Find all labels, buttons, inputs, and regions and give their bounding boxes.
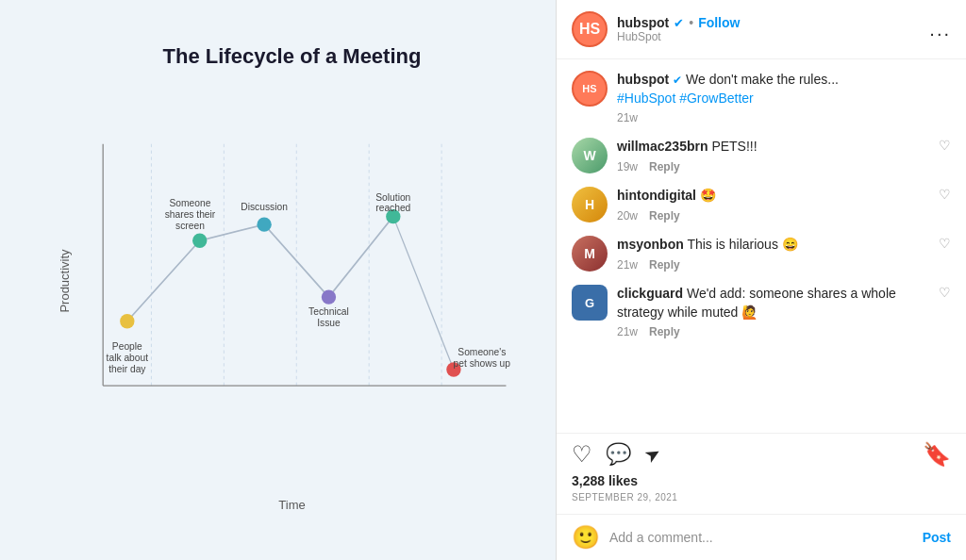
- point-discussion: [257, 217, 271, 231]
- comment-item: W willmac235brn PETS!!! 19w Reply ♡: [572, 138, 951, 173]
- post-username[interactable]: hubspot: [617, 15, 669, 30]
- caption-username[interactable]: hubspot: [617, 72, 669, 87]
- avatar: HS: [572, 11, 608, 47]
- comment-meta: 21w Reply: [617, 258, 929, 272]
- comment-username[interactable]: msyonbon: [617, 237, 684, 252]
- comment-like-icon[interactable]: ♡: [939, 138, 951, 153]
- comment-meta: 19w Reply: [617, 160, 929, 173]
- label-technical-issue: Technical: [308, 306, 349, 317]
- like-button[interactable]: ♡: [572, 441, 592, 468]
- chart-container: The Lifecycle of a Meeting Productivity: [24, 25, 533, 535]
- caption-comment: HS hubspot ✔ We don't make the rules... …: [572, 71, 951, 124]
- comment-time: 19w: [617, 160, 638, 173]
- comment-item: M msyonbon This is hilarious 😄 21w Reply…: [572, 236, 951, 272]
- comment-item: H hintondigital 🤩 20w Reply ♡: [572, 187, 951, 222]
- comment-username[interactable]: clickguard: [617, 286, 683, 301]
- reply-button[interactable]: Reply: [649, 160, 680, 173]
- comment-like-icon[interactable]: ♡: [939, 285, 951, 300]
- action-icons-row: ♡ 💬 ➤ 🔖: [572, 441, 951, 468]
- svg-text:screen: screen: [175, 221, 205, 231]
- emoji-picker-button[interactable]: 🙂: [572, 524, 600, 551]
- svg-text:talk about: talk about: [106, 353, 148, 363]
- verified-badge-icon: ✔: [674, 16, 684, 30]
- caption-text: hubspot ✔ We don't make the rules... #Hu…: [617, 71, 951, 107]
- comment-avatar: M: [572, 236, 608, 272]
- point-shares-screen: [192, 234, 207, 248]
- comment-content: 🤩: [700, 188, 716, 203]
- point-technical-issue: [321, 289, 335, 304]
- likes-count: 3,288 likes: [572, 473, 951, 488]
- comments-area: HS hubspot ✔ We don't make the rules... …: [557, 59, 966, 433]
- post-header: HS hubspot ✔ • Follow HubSpot ...: [557, 0, 966, 59]
- instagram-post-panel: HS hubspot ✔ • Follow HubSpot ... HS hub…: [557, 0, 966, 560]
- comment-username[interactable]: hintondigital: [617, 188, 696, 203]
- reply-button[interactable]: Reply: [649, 258, 680, 272]
- svg-text:reached: reached: [375, 204, 410, 214]
- comment-text: hintondigital 🤩: [617, 187, 929, 206]
- caption-body: hubspot ✔ We don't make the rules... #Hu…: [617, 71, 951, 124]
- caption-hashtags[interactable]: #HubSpot #GrowBetter: [617, 91, 754, 106]
- comment-meta: 20w Reply: [617, 209, 929, 222]
- comment-text: msyonbon This is hilarious 😄: [617, 236, 929, 255]
- comment-like-icon[interactable]: ♡: [939, 236, 951, 251]
- y-axis-label: Productivity: [58, 249, 72, 312]
- more-options-button[interactable]: ...: [920, 19, 951, 41]
- svg-text:their day: their day: [108, 364, 146, 374]
- comment-like-icon[interactable]: ♡: [939, 187, 951, 202]
- label-pet-shows-up: Someone's: [458, 347, 506, 357]
- comment-content: PETS!!!: [711, 139, 757, 154]
- caption-content: We don't make the rules...: [686, 72, 839, 87]
- comment-time: 21w: [617, 325, 638, 338]
- comment-button[interactable]: 💬: [606, 442, 631, 467]
- x-axis-label: Time: [278, 498, 305, 512]
- comment-body: clickguard We'd add: someone shares a wh…: [617, 285, 929, 338]
- caption-meta: 21w: [617, 111, 951, 124]
- chart-title: The Lifecycle of a Meeting: [71, 44, 514, 69]
- comment-text: willmac235brn PETS!!!: [617, 138, 929, 156]
- svg-line-7: [392, 217, 453, 370]
- add-comment-bar: 🙂 Post: [557, 514, 966, 560]
- comment-content: This is hilarious 😄: [687, 237, 797, 252]
- comment-input[interactable]: [609, 530, 913, 545]
- sub-username: HubSpot: [617, 30, 920, 43]
- comment-text: clickguard We'd add: someone shares a wh…: [617, 285, 929, 321]
- svg-text:Issue: Issue: [317, 318, 341, 328]
- comment-username[interactable]: willmac235brn: [617, 139, 708, 154]
- chart-svg: People talk about their day Someone shar…: [71, 78, 514, 484]
- hubspot-logo-icon: HS: [579, 21, 600, 38]
- reply-button[interactable]: Reply: [649, 325, 680, 338]
- comment-avatar: H: [572, 187, 608, 222]
- caption-avatar: HS: [572, 71, 608, 107]
- caption-time: 21w: [617, 111, 638, 124]
- follow-button[interactable]: Follow: [698, 15, 740, 30]
- comment-avatar: G: [572, 285, 608, 321]
- action-bar: ♡ 💬 ➤ 🔖 3,288 likes September 29, 2021: [557, 433, 966, 514]
- verified-caption-icon: ✔: [673, 74, 682, 87]
- comment-time: 21w: [617, 258, 638, 272]
- comment-meta: 21w Reply: [617, 325, 929, 338]
- svg-text:shares their: shares their: [164, 209, 215, 220]
- label-discussion: Discussion: [241, 202, 288, 212]
- header-info: hubspot ✔ • Follow HubSpot: [617, 15, 920, 43]
- comment-body: msyonbon This is hilarious 😄 21w Reply: [617, 236, 929, 272]
- chart-area: Productivity: [71, 78, 514, 484]
- post-date: September 29, 2021: [572, 492, 951, 502]
- svg-text:pet shows up: pet shows up: [453, 358, 510, 369]
- point-people-talk: [120, 314, 134, 328]
- dot-separator: •: [689, 15, 693, 30]
- infographic-panel: The Lifecycle of a Meeting Productivity: [0, 0, 557, 560]
- label-shares-screen: Someone: [169, 198, 210, 208]
- username-row: hubspot ✔ • Follow: [617, 15, 920, 30]
- comment-item: G clickguard We'd add: someone shares a …: [572, 285, 951, 338]
- comment-time: 20w: [617, 209, 638, 222]
- comment-avatar: W: [572, 138, 608, 173]
- label-solution-reached: Solution: [375, 192, 410, 203]
- comment-body: willmac235brn PETS!!! 19w Reply: [617, 138, 929, 173]
- comment-body: hintondigital 🤩 20w Reply: [617, 187, 929, 222]
- bookmark-button[interactable]: 🔖: [923, 441, 951, 468]
- label-people-talk: People: [111, 341, 142, 352]
- reply-button[interactable]: Reply: [649, 209, 680, 222]
- share-button[interactable]: ➤: [640, 440, 665, 468]
- post-comment-button[interactable]: Post: [923, 530, 951, 545]
